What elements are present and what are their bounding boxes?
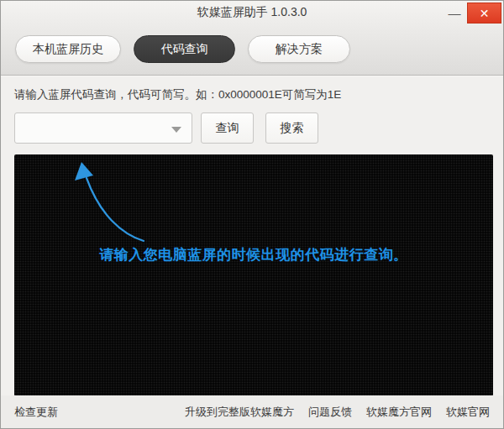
footer-links: 升级到完整版软媒魔方 问题反馈 软媒魔方官网 软媒官网	[185, 405, 490, 420]
tab-solutions[interactable]: 解决方案	[248, 35, 350, 63]
query-instruction-text: 请输入蓝屏代码查询，代码可简写。如：0x0000001E可简写为1E	[14, 87, 490, 102]
tab-label: 本机蓝屏历史	[33, 42, 103, 57]
ruanmei-official-site-link[interactable]: 软媒官网	[446, 405, 490, 420]
tab-label: 解决方案	[276, 42, 323, 57]
window-title: 软媒蓝屏助手 1.0.3.0	[197, 5, 307, 20]
tab-code-query[interactable]: 代码查询	[134, 35, 235, 63]
query-controls: 查询 搜索	[14, 112, 490, 144]
tab-bar: 本机蓝屏历史 代码查询 解决方案	[1, 24, 503, 63]
tab-local-bluescreen-history[interactable]: 本机蓝屏历史	[15, 35, 121, 63]
query-button[interactable]: 查询	[201, 112, 254, 144]
result-hint-text: 请输入您电脑蓝屏的时候出现的代码进行查询。	[14, 245, 493, 264]
blue-screen-assistant-window: { "window": { "title": "软媒蓝屏助手 1.0.3.0",…	[0, 0, 504, 429]
result-panel: 请输入您电脑蓝屏的时候出现的代码进行查询。	[14, 154, 493, 396]
check-update-link[interactable]: 检查更新	[14, 405, 58, 420]
title-bar: 软媒蓝屏助手 1.0.3.0 — ✕	[1, 1, 503, 24]
close-icon: ✕	[480, 7, 490, 20]
window-controls: — ✕	[442, 3, 501, 24]
mofang-official-site-link[interactable]: 软媒魔方官网	[366, 405, 432, 420]
tab-label: 代码查询	[161, 42, 208, 57]
feedback-link[interactable]: 问题反馈	[308, 405, 352, 420]
minimize-icon: —	[449, 6, 461, 20]
upgrade-to-mofang-link[interactable]: 升级到完整版软媒魔方	[185, 405, 294, 420]
footer-bar: 检查更新 升级到完整版软媒魔方 问题反馈 软媒魔方官网 软媒官网	[1, 395, 503, 428]
window-header: 软媒蓝屏助手 1.0.3.0 — ✕ 本机蓝屏历史 代码查询 解决方案	[1, 1, 503, 76]
query-section: 请输入蓝屏代码查询，代码可简写。如：0x0000001E可简写为1E 查询 搜索	[1, 76, 503, 144]
chevron-down-icon	[171, 127, 181, 133]
close-button[interactable]: ✕	[467, 3, 501, 24]
search-button[interactable]: 搜索	[265, 112, 318, 144]
bluescreen-code-combobox[interactable]	[14, 112, 192, 144]
minimize-button[interactable]: —	[442, 3, 467, 24]
